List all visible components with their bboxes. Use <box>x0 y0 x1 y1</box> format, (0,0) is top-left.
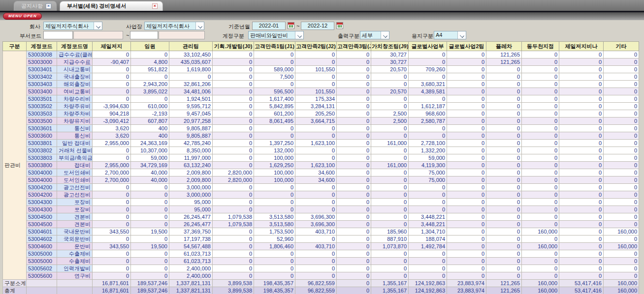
table-row[interactable]: 53005600연구비002,400,00000000000000 <box>3 272 639 280</box>
value-cell: 0 <box>559 243 604 250</box>
value-cell: 0 <box>559 221 604 228</box>
table-row[interactable]: 53004500견본비0026,245,4771,079,5383,513,58… <box>3 221 639 228</box>
table-row[interactable]: 53004602국외운반비0017,197,738052,96000887,91… <box>3 235 639 243</box>
table-row[interactable]: 53004601국내운반비343,55019,50037,369,75001,7… <box>3 228 639 235</box>
value-cell: 61,023,713 <box>169 258 213 265</box>
table-row[interactable]: 53003000지급수수료-90,4074,800435,035,6070000… <box>3 59 639 66</box>
table-row[interactable]: 53003401시내교통비0951,8221,619,8000589,00010… <box>3 66 639 73</box>
tab-notice[interactable]: 공지사항 × <box>14 1 57 11</box>
chevron-down-icon[interactable] <box>295 31 303 39</box>
close-icon[interactable]: × <box>152 3 158 9</box>
table-row[interactable]: 53003400여비교통비03,895,02234,481,0060596,50… <box>3 88 639 95</box>
name-cell: 거래처 선물비 <box>57 147 93 154</box>
code-cell: 53003502 <box>27 103 57 110</box>
account-type-select[interactable]: 판매비와일반비 <box>248 31 304 39</box>
table-row[interactable]: 53003801일반 접대비2,955,00024,363,16942,785,… <box>3 140 639 147</box>
table-row[interactable]: 53005602인력개발비002,400,00000000000000 <box>3 265 639 272</box>
workplace-select[interactable]: 제일저지주식회사 <box>144 22 204 30</box>
table-row[interactable]: 53003503차량주차비904,218-2,1939,457,0450601,… <box>3 110 639 118</box>
table-row[interactable]: 53003601통신비3,6204009,805,88700000000000 <box>3 125 639 132</box>
value-cell: 0 <box>254 258 295 265</box>
value-cell: 34,729,169 <box>131 162 169 169</box>
code-cell: 53003500 <box>27 118 57 125</box>
table-row[interactable]: 53003803부의금/축의금059,00011,997,0000100,000… <box>3 154 639 162</box>
dept-code-from-input[interactable] <box>43 31 73 39</box>
table-row[interactable]: 53003802거래처 선물비010,307,0008,350,0000132,… <box>3 147 639 154</box>
paper-type-select-value: A4 <box>434 31 457 39</box>
value-cell: 0 <box>522 132 559 140</box>
table-row[interactable]: 53004200광고선전비003,000,00000000000000 <box>3 184 639 191</box>
value-cell: 0 <box>604 147 639 154</box>
value-cell: 0 <box>295 73 337 81</box>
table-row[interactable]: 53003800접대비2,955,00034,729,16963,132,240… <box>3 162 639 169</box>
value-cell: 0 <box>371 132 409 140</box>
period-to-input[interactable]: 2022-12 <box>301 22 334 30</box>
table-row[interactable]: 53004500견본비0026,245,4771,079,5383,513,58… <box>3 213 639 221</box>
menu-open-button[interactable]: MENU OPEN <box>3 13 42 20</box>
value-cell: 601,200 <box>254 110 295 118</box>
value-cell: 9,805,887 <box>169 132 213 140</box>
paper-type-select[interactable]: A4 <box>434 31 466 39</box>
empty-cell <box>27 287 57 294</box>
value-cell: 0 <box>213 265 254 272</box>
name-cell: 차량주차비 <box>57 110 93 118</box>
tab-expense-report[interactable]: 부서별(세목) 경비명세서 × <box>60 1 163 11</box>
calendar-icon[interactable] <box>288 22 294 29</box>
table-row[interactable]: 53003501차량수리비001,924,50101,617,400175,33… <box>3 95 639 103</box>
table-row[interactable]: 53004300포장비0095,00000000000000 <box>3 206 639 213</box>
company-label: 회사 <box>30 23 40 30</box>
table-row[interactable]: 53003500차량유지비-3,090,412607,80720,977,258… <box>3 118 639 125</box>
table-row[interactable]: 53003402국내출장비00007,500000000000 <box>3 73 639 81</box>
table-row[interactable]: 53005000수출제비0061,023,71300000000000 <box>3 258 639 265</box>
value-cell: 0 <box>522 184 559 191</box>
value-cell: 0 <box>522 147 559 154</box>
value-cell: 0 <box>604 59 639 66</box>
chevron-down-icon[interactable] <box>195 22 204 29</box>
value-cell: 0 <box>522 95 559 103</box>
chevron-down-icon[interactable] <box>94 22 102 29</box>
value-cell: 3,000,000 <box>169 191 213 199</box>
table-row[interactable]: 53004300포장비0095,00000000000000 <box>3 199 639 206</box>
table-row[interactable]: 53004000도서인쇄비2,700,00040,0002,009,8002,8… <box>3 176 639 184</box>
subtotal-row[interactable]: 구분소계16,871,601189,537,2461,337,821,1313,… <box>3 280 639 287</box>
value-cell: 0 <box>559 162 604 169</box>
table-row[interactable]: 53003502차량주유비-3,994,630610,0009,595,7120… <box>3 103 639 110</box>
table-row[interactable]: 53005000수출제비0061,023,71300000000000 <box>3 250 639 258</box>
value-cell: 0 <box>337 250 371 258</box>
value-cell: 0 <box>604 125 639 132</box>
table-row[interactable]: 판관비53003008급수수료(클레임)0033,102,450000030,7… <box>3 51 639 59</box>
column-header-0: 구분 <box>3 42 27 51</box>
chevron-down-icon[interactable] <box>457 31 466 39</box>
value-cell: 0 <box>604 199 639 206</box>
value-cell: 0 <box>371 169 409 176</box>
table-row[interactable]: 53004200광고선전비003,000,00000000000000 <box>3 191 639 199</box>
value-cell: 0 <box>213 95 254 103</box>
value-cell: 0 <box>93 272 131 280</box>
value-cell: 0 <box>93 73 131 81</box>
dept-code-to-name-input[interactable] <box>159 31 205 39</box>
period-from-input[interactable]: 2022-01 <box>252 22 286 30</box>
value-cell: 0 <box>447 132 486 140</box>
value-cell: 0 <box>522 235 559 243</box>
table-row[interactable]: 53004600운반비343,55019,50054,567,48801,806… <box>3 243 639 250</box>
dept-code-to-input[interactable] <box>130 31 158 39</box>
dept-code-from-name-input[interactable] <box>73 31 123 39</box>
value-cell: 0 <box>604 235 639 243</box>
value-cell: 100,000 <box>254 169 295 176</box>
calendar-icon[interactable] <box>336 22 343 29</box>
output-type-select[interactable]: 세부 <box>360 31 389 39</box>
value-cell: 0 <box>559 265 604 272</box>
table-row[interactable]: 53004000도서인쇄비2,700,00040,0002,009,8002,8… <box>3 169 639 176</box>
grand-total-row[interactable]: 총계16,871,601189,537,2461,337,821,1313,89… <box>3 287 639 294</box>
value-cell: 0 <box>522 206 559 213</box>
value-cell: 34,600 <box>295 176 337 184</box>
value-cell: 0 <box>447 118 486 125</box>
company-select[interactable]: 제일저지주식회사 <box>43 22 102 30</box>
table-row[interactable]: 53003403해외출장비02,943,20032,861,206000003,… <box>3 81 639 88</box>
table-row[interactable]: 53003600통신비3,6204009,805,88700000000000 <box>3 132 639 140</box>
value-cell: 198,435,357 <box>254 287 295 294</box>
close-icon[interactable]: × <box>46 3 51 9</box>
value-cell: 0 <box>213 140 254 147</box>
chevron-down-icon[interactable] <box>381 31 389 39</box>
value-cell: 1,332,200 <box>409 147 447 154</box>
